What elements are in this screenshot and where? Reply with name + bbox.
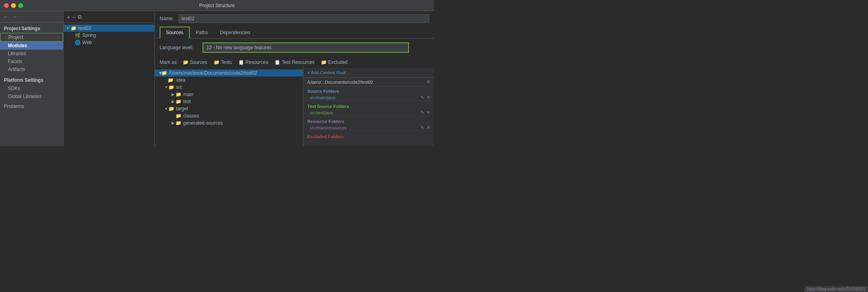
excluded-folder-icon: 📁: [321, 60, 327, 65]
lang-label: Language level:: [160, 45, 199, 50]
file-generated-row[interactable]: ▶ 📁 generated-sources: [155, 119, 303, 127]
resources-icon: 📋: [238, 60, 244, 65]
mark-label: Mark as:: [160, 60, 178, 65]
main-expand-arrow: ▶: [172, 92, 176, 96]
platform-settings-header: Platform Settings: [0, 73, 63, 85]
source-folder-delete-button[interactable]: ✕: [426, 95, 430, 100]
file-idea-row[interactable]: 📁 .idea: [155, 77, 303, 84]
sidebar: ← → Project Settings Project Modules Lib…: [0, 11, 64, 146]
file-test-row[interactable]: ▶ 📁 test: [155, 98, 303, 105]
file-target-label: target: [176, 106, 188, 111]
sidebar-item-facets[interactable]: Facets: [0, 58, 63, 65]
maximize-button[interactable]: [18, 3, 23, 8]
sidebar-item-problems[interactable]: Problems: [0, 100, 63, 110]
resource-folder-edit-button[interactable]: ✎: [420, 125, 424, 130]
tab-paths[interactable]: Paths: [190, 27, 214, 38]
tab-sources[interactable]: Sources: [160, 27, 190, 38]
resource-folder-delete-button[interactable]: ✕: [426, 125, 430, 130]
mark-test-resources-button[interactable]: 📋 Test Resources: [273, 59, 316, 65]
module-spring-item[interactable]: 🌿 Spring: [64, 32, 154, 39]
root-folder-icon: 📁: [161, 70, 167, 76]
src-folder-icon: 📁: [168, 85, 174, 90]
language-level-select[interactable]: 12 - No new language features 11 - Local…: [203, 43, 408, 52]
sidebar-item-libraries[interactable]: Libraries: [0, 50, 63, 58]
titlebar: Project Structure: [0, 0, 434, 11]
sidebar-item-sdks[interactable]: SDKs: [0, 85, 63, 92]
copy-module-button[interactable]: ⧉: [78, 13, 82, 20]
source-folders-title: Source Folders: [307, 89, 430, 94]
test-source-path: src/test/java: [310, 110, 333, 115]
file-root-path: /Users/macbook/Documents/code2/test02: [169, 70, 257, 76]
mark-tests-button[interactable]: 📁 Tests: [212, 59, 233, 65]
mark-excluded-button[interactable]: 📁 Excluded: [319, 59, 349, 65]
language-level-row: Language level: 12 - No new language fea…: [155, 38, 434, 57]
side-path-row: /Users/...Documents/code2/test02 ✕: [303, 78, 434, 86]
source-folder-actions: ✎ ✕: [420, 95, 430, 100]
idea-folder-icon: 📁: [168, 77, 174, 83]
test-source-folders-section: Test Source Folders src/test/java ✎ ✕: [303, 102, 434, 117]
add-content-root-button[interactable]: + Add Content Root: [307, 70, 345, 75]
window-controls: [4, 3, 23, 8]
sidebar-item-global-libraries[interactable]: Global Libraries: [0, 92, 63, 100]
sources-folder-icon: 📁: [183, 60, 189, 65]
test-source-folder-actions: ✎ ✕: [420, 110, 430, 115]
file-target-row[interactable]: ▼ 📁 target: [155, 105, 303, 112]
back-arrow[interactable]: ←: [3, 13, 9, 20]
project-settings-header: Project Settings: [0, 23, 63, 33]
mark-resources-button[interactable]: 📋 Resources: [237, 59, 270, 65]
main-layout: ← → Project Settings Project Modules Lib…: [0, 11, 434, 146]
excluded-folders-section: Excluded Folders: [303, 132, 434, 140]
file-src-row[interactable]: ▼ 📁 src: [155, 84, 303, 91]
source-folder-edit-button[interactable]: ✎: [420, 95, 424, 100]
resource-folder-actions: ✎ ✕: [420, 125, 430, 130]
minimize-button[interactable]: [11, 3, 16, 8]
side-close-button[interactable]: ✕: [426, 79, 430, 85]
tree-toolbar: + − ⧉: [64, 11, 154, 23]
test-source-delete-button[interactable]: ✕: [426, 110, 430, 115]
remove-module-button[interactable]: −: [72, 14, 75, 20]
name-input[interactable]: [179, 14, 429, 23]
content-area: ▼ 📁 /Users/macbook/Documents/code2/test0…: [155, 68, 434, 146]
tests-folder-icon: 📁: [214, 60, 220, 65]
generated-expand-arrow: ▶: [172, 121, 176, 125]
resource-folder-path: src/main/resources: [310, 125, 347, 130]
side-info-panel: + Add Content Root /Users/...Documents/c…: [303, 68, 434, 146]
file-test-label: test: [183, 99, 191, 104]
file-idea-label: .idea: [175, 77, 185, 83]
classes-folder-icon: 📁: [176, 113, 181, 119]
module-folder-icon: 📁: [71, 25, 77, 31]
target-folder-icon: 📁: [168, 106, 174, 111]
generated-folder-icon: 📁: [176, 120, 181, 126]
mark-tests-label: Tests: [221, 60, 232, 65]
main-folder-icon: 📁: [176, 92, 181, 97]
module-web-item[interactable]: 🌐 Web: [64, 39, 154, 46]
module-tree: ▼ 📁 test02 🌿 Spring 🌐 Web: [64, 23, 154, 146]
mark-as-row: Mark as: 📁 Sources 📁 Tests 📋 Resources 📋…: [155, 57, 434, 68]
resource-folders-section: Resource Folders src/main/resources ✎ ✕: [303, 117, 434, 132]
file-tree: ▼ 📁 /Users/macbook/Documents/code2/test0…: [155, 68, 303, 146]
resource-folders-title: Resource Folders: [307, 119, 430, 124]
mark-test-resources-label: Test Resources: [282, 60, 314, 65]
file-src-label: src: [176, 85, 182, 90]
test-source-edit-button[interactable]: ✎: [420, 110, 424, 115]
file-main-row[interactable]: ▶ 📁 main: [155, 91, 303, 98]
module-root-item[interactable]: ▼ 📁 test02: [64, 25, 154, 32]
close-button[interactable]: [4, 3, 9, 8]
forward-arrow[interactable]: →: [12, 13, 17, 20]
file-root-row[interactable]: ▼ 📁 /Users/macbook/Documents/code2/test0…: [155, 69, 303, 77]
spring-icon: 🌿: [75, 33, 81, 38]
file-classes-row[interactable]: 📁 classes: [155, 112, 303, 119]
sidebar-item-modules[interactable]: Modules: [0, 42, 63, 50]
right-panel: Name: Sources Paths Dependencies Languag…: [155, 11, 434, 146]
sidebar-item-artifacts[interactable]: Artifacts: [0, 65, 63, 73]
mark-sources-button[interactable]: 📁 Sources: [181, 59, 209, 65]
add-module-button[interactable]: +: [67, 14, 70, 20]
module-spring-label: Spring: [82, 33, 96, 38]
test-folder-icon: 📁: [176, 99, 181, 104]
sidebar-item-project[interactable]: Project: [0, 33, 63, 42]
test-source-folder-item: src/test/java ✎ ✕: [307, 110, 430, 116]
side-path-text: /Users/...Documents/code2/test02: [307, 80, 373, 85]
nav-arrows: ← →: [0, 11, 63, 23]
tab-dependencies[interactable]: Dependencies: [214, 27, 257, 38]
web-icon: 🌐: [75, 40, 81, 45]
